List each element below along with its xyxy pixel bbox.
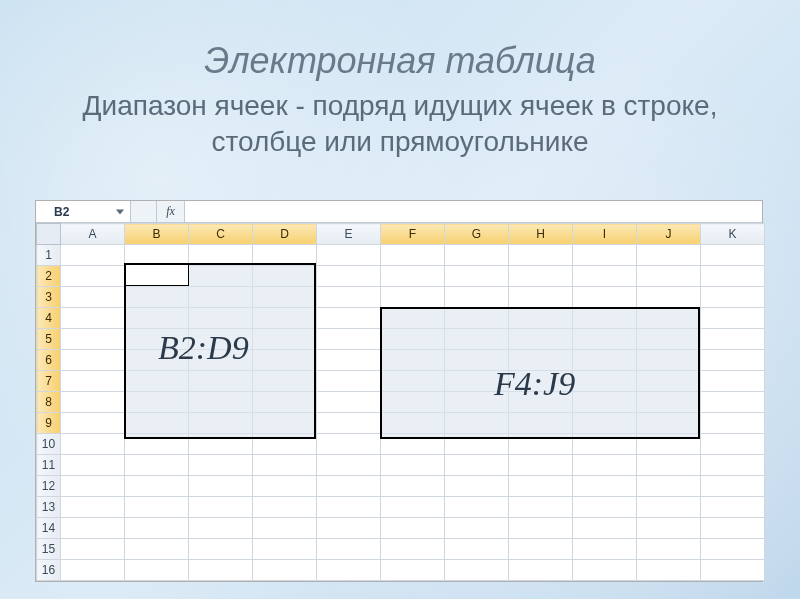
row-header[interactable]: 10 — [37, 434, 61, 455]
col-header[interactable]: B — [125, 224, 189, 245]
row-header[interactable]: 6 — [37, 350, 61, 371]
insert-function-button[interactable]: fx — [157, 201, 185, 222]
col-header[interactable]: J — [637, 224, 701, 245]
row-header[interactable]: 15 — [37, 539, 61, 560]
col-header[interactable]: A — [61, 224, 125, 245]
formula-input[interactable] — [185, 201, 762, 222]
row-header[interactable]: 4 — [37, 308, 61, 329]
col-header[interactable]: E — [317, 224, 381, 245]
col-header[interactable]: C — [189, 224, 253, 245]
range-label-f4j9: F4:J9 — [494, 365, 575, 403]
name-box-value: B2 — [54, 205, 69, 219]
row-header[interactable]: 12 — [37, 476, 61, 497]
col-header[interactable]: H — [509, 224, 573, 245]
col-header[interactable]: I — [573, 224, 637, 245]
grid-area[interactable]: A B C D E F G H I J K 1 2 3 4 5 6 7 8 9 … — [36, 223, 762, 581]
row-header[interactable]: 8 — [37, 392, 61, 413]
active-cell-b2 — [125, 264, 189, 286]
row-header[interactable]: 14 — [37, 518, 61, 539]
row-header[interactable]: 16 — [37, 560, 61, 581]
col-header[interactable]: F — [381, 224, 445, 245]
slide-title-block: Электронная таблица Диапазон ячеек - под… — [0, 0, 800, 181]
col-header[interactable]: K — [701, 224, 765, 245]
slide-subtitle: Диапазон ячеек - подряд идущих ячеек в с… — [30, 88, 770, 161]
name-box[interactable]: B2 — [36, 201, 131, 222]
fx-icon: fx — [166, 204, 175, 219]
col-header[interactable]: G — [445, 224, 509, 245]
row-header[interactable]: 1 — [37, 245, 61, 266]
row-header[interactable]: 7 — [37, 371, 61, 392]
row-header[interactable]: 5 — [37, 329, 61, 350]
column-header-row: A B C D E F G H I J K — [37, 224, 765, 245]
row-header[interactable]: 3 — [37, 287, 61, 308]
col-header[interactable]: D — [253, 224, 317, 245]
formula-bar: B2 fx — [36, 201, 762, 223]
spreadsheet-window: B2 fx A B C D E F G — [35, 200, 763, 582]
chevron-down-icon — [116, 209, 124, 214]
slide-title: Электронная таблица — [30, 40, 770, 82]
row-header[interactable]: 2 — [37, 266, 61, 287]
cancel-slot — [131, 201, 157, 222]
range-label-b2d9: B2:D9 — [158, 329, 249, 367]
select-all-corner[interactable] — [37, 224, 61, 245]
row-header[interactable]: 11 — [37, 455, 61, 476]
row-header[interactable]: 9 — [37, 413, 61, 434]
row-header[interactable]: 13 — [37, 497, 61, 518]
